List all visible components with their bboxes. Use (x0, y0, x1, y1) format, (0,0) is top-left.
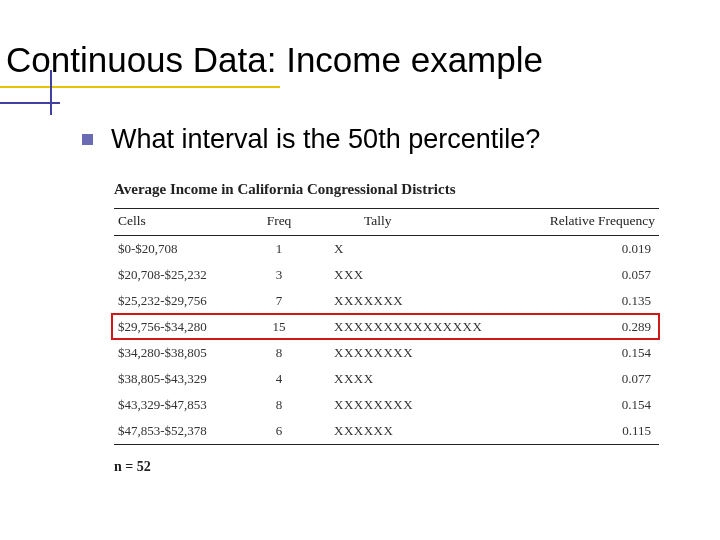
cell-cells: $34,280-$38,805 (114, 340, 244, 366)
table-row: $47,853-$52,3786XXXXXX0.115 (114, 418, 659, 445)
table-row: $38,805-$43,3294XXXX0.077 (114, 366, 659, 392)
cell-relfreq: 0.289 (544, 314, 659, 340)
bullet-text: What interval is the 50th percentile? (111, 124, 540, 155)
col-header-tally: Tally (314, 209, 544, 236)
slide-title: Continuous Data: Income example (6, 40, 720, 80)
cell-tally: XXX (314, 262, 544, 288)
table-row: $43,329-$47,8538XXXXXXXX0.154 (114, 392, 659, 418)
table-relative-wrap: Cells Freq Tally Relative Frequency $0-$… (114, 208, 690, 445)
cell-relfreq: 0.154 (544, 392, 659, 418)
table-title: Average Income in California Congression… (114, 181, 690, 198)
bullet-row: What interval is the 50th percentile? (82, 124, 690, 155)
cell-relfreq: 0.019 (544, 236, 659, 263)
cell-freq: 7 (244, 288, 314, 314)
col-header-relfreq: Relative Frequency (544, 209, 659, 236)
cell-freq: 4 (244, 366, 314, 392)
cell-cells: $20,708-$25,232 (114, 262, 244, 288)
underline-yellow (0, 86, 280, 88)
cell-cells: $25,232-$29,756 (114, 288, 244, 314)
table-row: $29,756-$34,28015XXXXXXXXXXXXXXX0.289 (114, 314, 659, 340)
income-table: Cells Freq Tally Relative Frequency $0-$… (114, 208, 659, 445)
slide: Continuous Data: Income example What int… (0, 0, 720, 540)
col-header-cells: Cells (114, 209, 244, 236)
cell-relfreq: 0.135 (544, 288, 659, 314)
slide-body: What interval is the 50th percentile? (0, 124, 720, 155)
table-row: $20,708-$25,2323XXX0.057 (114, 262, 659, 288)
cell-freq: 15 (244, 314, 314, 340)
cell-cells: $43,329-$47,853 (114, 392, 244, 418)
cell-tally: XXXXXXXXXXXXXXX (314, 314, 544, 340)
table-row: $34,280-$38,8058XXXXXXXX0.154 (114, 340, 659, 366)
cell-relfreq: 0.057 (544, 262, 659, 288)
table-body: $0-$20,7081X0.019$20,708-$25,2323XXX0.05… (114, 236, 659, 445)
underline-blue-v (50, 70, 52, 115)
cell-freq: 1 (244, 236, 314, 263)
cell-tally: X (314, 236, 544, 263)
table-container: Average Income in California Congression… (0, 181, 720, 475)
n-total: n = 52 (114, 459, 690, 475)
cell-tally: XXXXXXXX (314, 392, 544, 418)
table-row: $0-$20,7081X0.019 (114, 236, 659, 263)
cell-cells: $38,805-$43,329 (114, 366, 244, 392)
cell-relfreq: 0.154 (544, 340, 659, 366)
title-underline-decoration (0, 86, 720, 116)
col-header-freq: Freq (244, 209, 314, 236)
table-row: $25,232-$29,7567XXXXXXX0.135 (114, 288, 659, 314)
cell-freq: 6 (244, 418, 314, 445)
cell-tally: XXXXXX (314, 418, 544, 445)
cell-cells: $29,756-$34,280 (114, 314, 244, 340)
table-header-row: Cells Freq Tally Relative Frequency (114, 209, 659, 236)
cell-tally: XXXX (314, 366, 544, 392)
cell-cells: $0-$20,708 (114, 236, 244, 263)
cell-freq: 8 (244, 340, 314, 366)
cell-tally: XXXXXXX (314, 288, 544, 314)
cell-relfreq: 0.115 (544, 418, 659, 445)
cell-tally: XXXXXXXX (314, 340, 544, 366)
cell-freq: 8 (244, 392, 314, 418)
cell-freq: 3 (244, 262, 314, 288)
cell-cells: $47,853-$52,378 (114, 418, 244, 445)
cell-relfreq: 0.077 (544, 366, 659, 392)
square-bullet-icon (82, 134, 93, 145)
